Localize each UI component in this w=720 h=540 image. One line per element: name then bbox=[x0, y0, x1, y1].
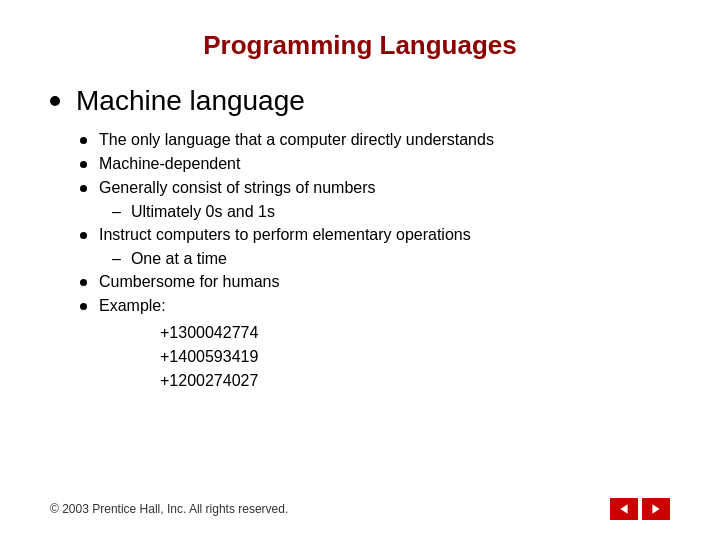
bullet-text: Cumbersome for humans bbox=[99, 273, 280, 291]
bullet-icon bbox=[80, 303, 87, 310]
example-line-1: +1300042774 bbox=[160, 321, 670, 345]
section-bullet-dot bbox=[50, 96, 60, 106]
dash-icon: – bbox=[112, 250, 121, 268]
list-item: The only language that a computer direct… bbox=[80, 131, 670, 149]
example-line-3: +1200274027 bbox=[160, 369, 670, 393]
sub-text: Ultimately 0s and 1s bbox=[131, 203, 275, 221]
dash-icon: – bbox=[112, 203, 121, 221]
prev-icon bbox=[618, 503, 630, 515]
sub-item: – One at a time bbox=[112, 250, 670, 268]
bullet-icon bbox=[80, 232, 87, 239]
list-item: Machine-dependent bbox=[80, 155, 670, 173]
sub-item: – Ultimately 0s and 1s bbox=[112, 203, 670, 221]
footer-copyright: © 2003 Prentice Hall, Inc. All rights re… bbox=[50, 502, 288, 516]
prev-button[interactable] bbox=[610, 498, 638, 520]
slide: Programming Languages Machine language T… bbox=[0, 0, 720, 540]
bullet-icon bbox=[80, 137, 87, 144]
bullet-text: The only language that a computer direct… bbox=[99, 131, 494, 149]
list-item: Cumbersome for humans bbox=[80, 273, 670, 291]
section-heading-text: Machine language bbox=[76, 85, 305, 117]
bullet-text: Example: bbox=[99, 297, 166, 315]
footer: © 2003 Prentice Hall, Inc. All rights re… bbox=[50, 488, 670, 520]
list-item: Instruct computers to perform elementary… bbox=[80, 226, 670, 244]
next-icon bbox=[650, 503, 662, 515]
nav-buttons bbox=[610, 498, 670, 520]
list-item: Example: bbox=[80, 297, 670, 315]
content-area: The only language that a computer direct… bbox=[50, 131, 670, 488]
sub-text: One at a time bbox=[131, 250, 227, 268]
example-block: +1300042774 +1400593419 +1200274027 bbox=[160, 321, 670, 393]
section-heading: Machine language bbox=[50, 85, 670, 117]
bullet-text: Machine-dependent bbox=[99, 155, 240, 173]
bullet-icon bbox=[80, 279, 87, 286]
svg-marker-0 bbox=[620, 504, 627, 514]
next-button[interactable] bbox=[642, 498, 670, 520]
bullet-icon bbox=[80, 161, 87, 168]
example-line-2: +1400593419 bbox=[160, 345, 670, 369]
svg-marker-1 bbox=[652, 504, 659, 514]
list-item: Generally consist of strings of numbers bbox=[80, 179, 670, 197]
bullet-text: Generally consist of strings of numbers bbox=[99, 179, 376, 197]
bullet-text: Instruct computers to perform elementary… bbox=[99, 226, 471, 244]
bullet-icon bbox=[80, 185, 87, 192]
slide-title: Programming Languages bbox=[50, 30, 670, 61]
